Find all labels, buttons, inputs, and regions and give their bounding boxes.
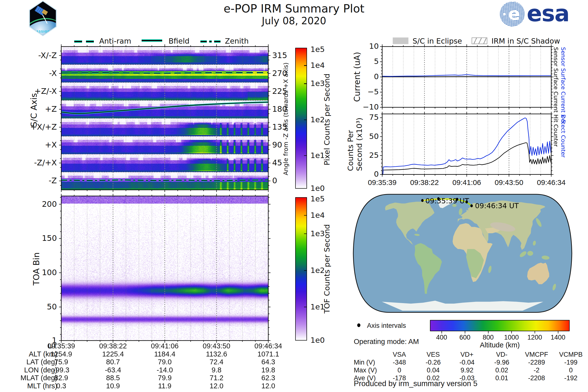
ephemeris-cell: 79.9 bbox=[143, 374, 187, 382]
voltage-cell: -0.26 bbox=[416, 359, 450, 366]
ephemeris-cell: 19.8 bbox=[246, 366, 290, 374]
counts-tick-label: 0 bbox=[355, 170, 379, 178]
voltage-cell: -178 bbox=[382, 374, 416, 382]
ephemeris-cell: 80.7 bbox=[91, 358, 135, 366]
time-tick-label: 09:46:34 bbox=[530, 178, 572, 187]
toa-tick-label: 100 bbox=[5, 268, 57, 277]
tof-cbar-tick: 1e0 bbox=[310, 336, 325, 344]
pixel-cbar-tick: 1e0 bbox=[310, 184, 325, 192]
ephemeris-cell: 09:46:34 bbox=[246, 342, 290, 350]
esa-globe-icon: e bbox=[500, 2, 525, 26]
voltage-cell: -348 bbox=[382, 359, 416, 366]
tof-cbar-tick-mark bbox=[304, 215, 307, 216]
current-tick-label: 10 bbox=[355, 42, 379, 50]
ground-track-map bbox=[352, 194, 573, 313]
ephemeris-cell: 10.9 bbox=[91, 382, 135, 390]
ephemeris-cell: 1254.9 bbox=[39, 350, 83, 358]
sc-axis-spectrogram-canvas bbox=[58, 44, 271, 193]
ephemeris-cell: 82.9 bbox=[39, 374, 83, 382]
voltage-cell: -9.96 bbox=[484, 359, 519, 366]
tof-cbar-tick-mark bbox=[304, 307, 307, 308]
bfield-line-icon bbox=[142, 39, 162, 42]
current-tick-label: 0 bbox=[355, 72, 379, 81]
voltage-cell: -2 bbox=[520, 366, 554, 374]
ephemeris-cell: 88.5 bbox=[91, 374, 135, 382]
sc-axis-band-label: -X bbox=[5, 68, 57, 78]
counts-tick-label: 50 bbox=[355, 132, 379, 141]
altitude-tick-mark bbox=[465, 331, 466, 334]
ephemeris-cell: 9.8 bbox=[194, 366, 239, 374]
ephemeris-cell: 79.0 bbox=[143, 358, 187, 366]
toa-tick-label: 50 bbox=[5, 302, 57, 312]
voltage-cell: 0.02 bbox=[484, 366, 519, 374]
pixel-cbar-tick: 1e1 bbox=[310, 151, 325, 160]
operating-mode-label: Operating mode: AM bbox=[354, 338, 419, 346]
tof-cbar-tick: 1e4 bbox=[310, 211, 325, 220]
pixel-cbar-tick: 1e2 bbox=[310, 115, 325, 124]
altitude-tick-label: 800 bbox=[476, 334, 500, 341]
voltage-cell: 0 bbox=[554, 366, 588, 374]
ephemeris-cell: 72.4 bbox=[194, 358, 239, 366]
altitude-tick-label: 600 bbox=[453, 334, 477, 341]
counts-right-label-black: Hit Counter bbox=[553, 114, 559, 147]
current-right-label-blue: Sensor Surface Current x 5 bbox=[560, 47, 566, 123]
pixel-cbar-tick-mark bbox=[304, 83, 307, 84]
voltage-col-header: VSA bbox=[382, 351, 416, 358]
sc-axis-band-label: -Z/+X bbox=[5, 158, 57, 167]
axis-intervals-label: Axis intervals bbox=[367, 322, 406, 330]
angle-axis-label: Angle from -Z axis (towards +X axis) bbox=[282, 62, 289, 176]
angle-tick-label: 45 bbox=[272, 158, 282, 167]
voltage-col-header: VMCPF bbox=[520, 351, 554, 358]
ephemeris-cell: 1071.1 bbox=[246, 350, 290, 358]
pixel-cbar-tick-mark bbox=[304, 155, 307, 156]
altitude-colorbar bbox=[430, 320, 570, 331]
voltage-col-header: VES bbox=[416, 351, 450, 358]
pixel-cbar-tick-mark bbox=[304, 65, 307, 66]
pixel-cbar-tick: 1e4 bbox=[310, 61, 325, 70]
sc-axis-band-label: +Z/-X bbox=[5, 86, 57, 96]
ephemeris-cell: 75.9 bbox=[39, 358, 83, 366]
angle-tick-label: 90 bbox=[272, 140, 282, 150]
ephemeris-cell: -99.3 bbox=[39, 366, 83, 374]
time-tick-label: 09:43:50 bbox=[488, 178, 530, 187]
current-tick-label: −10 bbox=[355, 102, 379, 111]
altitude-tick-label: 1200 bbox=[522, 334, 547, 341]
current-tick-label: 5 bbox=[355, 57, 379, 66]
shadow-swatch-icon bbox=[472, 38, 487, 44]
voltage-cell: -192 bbox=[554, 374, 588, 382]
altitude-tick-mark bbox=[488, 331, 489, 334]
sc-axis-band-label: +X/+Z bbox=[5, 122, 57, 132]
ephemeris-cell: 71.2 bbox=[194, 374, 239, 382]
current-right-label-black: Sensor Surface Current bbox=[553, 47, 559, 112]
voltage-cell: 0 bbox=[382, 366, 416, 374]
voltage-row-label: Max (V) bbox=[354, 366, 377, 374]
altitude-tick-label: 1000 bbox=[499, 334, 524, 341]
altitude-tick-mark bbox=[558, 331, 558, 334]
sc-axis-band-label: -Z bbox=[5, 176, 57, 185]
voltage-cell: -0.03 bbox=[450, 374, 484, 382]
voltage-col-header: VD+ bbox=[450, 351, 484, 358]
voltage-cell: -2289 bbox=[520, 359, 554, 366]
counts-tick-label: 75 bbox=[355, 113, 379, 122]
ephemeris-cell: 64.3 bbox=[246, 358, 290, 366]
ephemeris-cell: 1132.6 bbox=[194, 350, 239, 358]
altitude-tick-label: 400 bbox=[430, 334, 454, 341]
summary-plot-page: CASSIOPE e-POP IRM Summary Plot July 08,… bbox=[0, 0, 588, 392]
ephemeris-cell: 1225.4 bbox=[91, 350, 135, 358]
voltage-cell: -2208 bbox=[520, 374, 554, 382]
voltage-cell: -199 bbox=[554, 359, 588, 366]
voltage-cell: 0.02 bbox=[416, 374, 450, 382]
sc-axis-band-label: +Z bbox=[5, 104, 57, 114]
counts-tick-label: 25 bbox=[355, 151, 379, 160]
counts-plot-canvas bbox=[379, 111, 554, 178]
voltage-cell: -0.04 bbox=[450, 359, 484, 366]
angle-tick-label: 270 bbox=[272, 68, 287, 78]
angle-tick-label: 315 bbox=[272, 51, 287, 60]
tof-colorbar bbox=[295, 197, 307, 340]
voltage-cell: 0.04 bbox=[416, 366, 450, 374]
ephemeris-cell: 09:43:50 bbox=[194, 342, 239, 350]
page-date: July 08, 2020 bbox=[0, 15, 588, 26]
esa-globe-dot bbox=[503, 13, 506, 16]
tof-cbar-tick: 1e2 bbox=[310, 266, 325, 275]
toa-tick-label: 200 bbox=[5, 200, 57, 209]
